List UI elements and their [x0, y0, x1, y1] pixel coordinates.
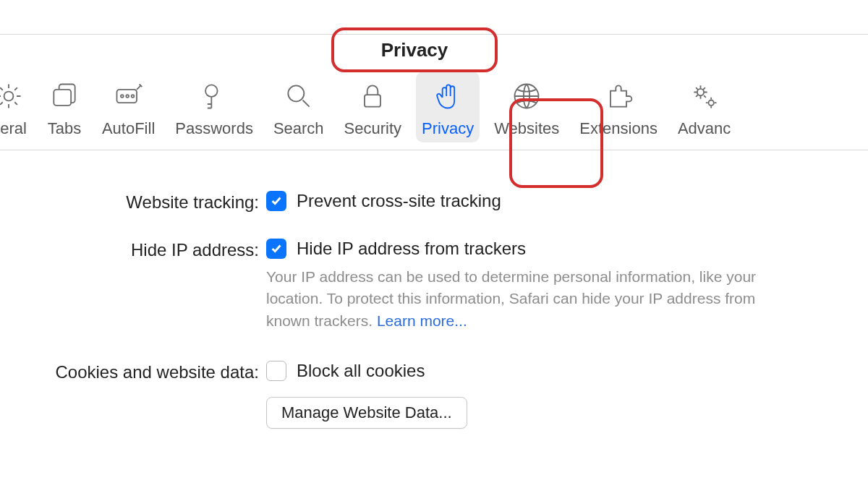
tab-passwords[interactable]: Passwords [169, 72, 259, 142]
tab-general[interactable]: neral [0, 72, 33, 142]
tab-label: neral [0, 119, 27, 138]
tab-label: Search [273, 119, 324, 138]
svg-point-5 [131, 95, 134, 98]
cookies-row: Cookies and website data: Block all cook… [4, 361, 839, 429]
svg-point-0 [4, 92, 14, 101]
svg-rect-8 [365, 95, 380, 107]
globe-icon [509, 79, 544, 114]
cookies-label: Cookies and website data: [4, 361, 266, 382]
block-cookies-label: Block all cookies [297, 361, 425, 381]
tab-autofill[interactable]: AutoFill [96, 72, 161, 142]
tab-advanced[interactable]: Advanc [672, 72, 736, 142]
svg-point-6 [205, 85, 218, 97]
tab-label: Security [344, 119, 401, 138]
tab-tabs[interactable]: Tabs [41, 72, 88, 142]
tab-label: Advanc [678, 119, 731, 138]
autofill-icon [111, 79, 146, 114]
svg-point-10 [697, 89, 704, 95]
tabs-icon [47, 79, 82, 114]
hide-ip-desc-text: Your IP address can be used to determine… [266, 268, 756, 329]
key-icon [197, 79, 231, 114]
manage-website-data-button[interactable]: Manage Website Data... [266, 397, 467, 429]
tab-label: Privacy [422, 119, 474, 138]
hand-icon [430, 79, 465, 114]
learn-more-link[interactable]: Learn more... [377, 312, 467, 329]
tab-security[interactable]: Security [339, 72, 407, 142]
svg-point-4 [126, 95, 129, 98]
website-tracking-label: Website tracking: [4, 191, 266, 213]
gears-icon [687, 79, 722, 114]
prevent-cross-site-checkbox[interactable] [266, 191, 286, 211]
hide-ip-description: Your IP address can be used to determine… [266, 266, 794, 332]
tab-label: Tabs [48, 119, 81, 138]
hide-ip-row: Hide IP address: Hide IP address from tr… [4, 239, 839, 332]
svg-point-7 [288, 85, 304, 101]
tab-label: Extensions [579, 119, 658, 138]
tab-label: AutoFill [102, 119, 155, 138]
prevent-cross-site-label: Prevent cross-site tracking [297, 191, 501, 211]
lock-icon [355, 79, 390, 114]
svg-rect-1 [54, 90, 71, 106]
website-tracking-row: Website tracking: Prevent cross-site tra… [4, 191, 839, 218]
svg-point-3 [121, 95, 124, 98]
block-cookies-checkbox[interactable] [266, 361, 286, 381]
tab-websites[interactable]: Websites [488, 72, 565, 142]
hide-ip-label: Hide IP address: [4, 239, 266, 260]
tab-label: Passwords [175, 119, 253, 138]
settings-panel: Website tracking: Prevent cross-site tra… [0, 150, 868, 478]
svg-point-11 [708, 100, 713, 106]
hide-ip-check-label: Hide IP address from trackers [297, 239, 526, 259]
tab-extensions[interactable]: Extensions [574, 72, 663, 142]
hide-ip-checkbox[interactable] [266, 239, 286, 259]
puzzle-icon [601, 79, 636, 114]
gear-icon [0, 79, 26, 114]
tab-search[interactable]: Search [268, 72, 330, 142]
tab-label: Websites [494, 119, 559, 138]
window-title: Privacy [381, 39, 448, 61]
search-icon [281, 79, 316, 114]
title-highlight: Privacy [331, 27, 498, 72]
tab-privacy[interactable]: Privacy [416, 72, 480, 142]
